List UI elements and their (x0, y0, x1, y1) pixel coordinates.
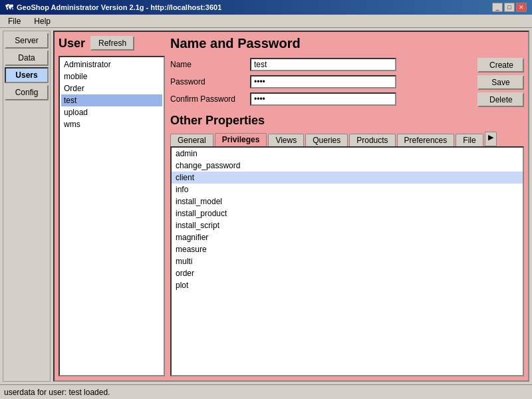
titlebar-controls: _ □ ✕ (492, 3, 527, 12)
privilege-item[interactable]: install_script (172, 219, 523, 231)
minimize-button[interactable]: _ (492, 3, 503, 12)
app-icon: 🗺 (5, 3, 13, 11)
refresh-button[interactable]: Refresh (90, 36, 134, 51)
tab-nav-button[interactable]: ▶ (485, 132, 497, 146)
app-title: GeoShop Administrator Version 2.1g - htt… (17, 3, 221, 11)
privilege-item[interactable]: change_password (172, 160, 523, 172)
user-item[interactable]: mobile (61, 70, 162, 82)
privilege-item[interactable]: client (172, 172, 523, 184)
password-input[interactable] (250, 75, 396, 88)
name-label: Name (170, 60, 250, 69)
privilege-item[interactable]: info (172, 184, 523, 196)
tab-privileges[interactable]: Privileges (215, 133, 267, 146)
user-item[interactable]: Order (61, 82, 162, 94)
save-button[interactable]: Save (477, 75, 524, 90)
confirm-password-row: Confirm Password (170, 92, 472, 106)
password-label: Password (170, 77, 250, 86)
name-input[interactable] (250, 58, 396, 71)
delete-button[interactable]: Delete (477, 92, 524, 107)
tabs-container: GeneralPrivilegesViewsQueriesProductsPre… (170, 132, 524, 146)
status-text: userdata for user: test loaded. (4, 388, 110, 397)
privilege-item[interactable]: multi (172, 255, 523, 267)
user-item[interactable]: test (61, 94, 162, 106)
privilege-item[interactable]: magnifier (172, 231, 523, 243)
name-password-title: Name and Password (170, 36, 524, 51)
privilege-item[interactable]: install_model (172, 196, 523, 207)
form-fields: Name Password Confirm Password (170, 58, 472, 110)
statusbar: userdata for user: test loaded. (0, 384, 532, 399)
menu-file[interactable]: File (3, 16, 26, 26)
privilege-item[interactable]: order (172, 267, 523, 279)
user-item[interactable]: wms (61, 118, 162, 130)
titlebar: 🗺 GeoShop Administrator Version 2.1g - h… (0, 0, 532, 15)
name-password-section: Name and Password Name Password Confirm … (170, 36, 524, 110)
tab-preferences[interactable]: Preferences (397, 134, 455, 146)
menubar: File Help (0, 15, 532, 28)
tab-content[interactable]: adminchange_passwordclientinfoinstall_mo… (170, 146, 524, 376)
confirm-password-label: Confirm Password (170, 94, 250, 104)
right-panel: Name and Password Name Password Confirm … (170, 36, 524, 376)
sidebar-item-data[interactable]: Data (5, 50, 49, 66)
create-button[interactable]: Create (477, 58, 524, 72)
user-header: User Refresh (59, 36, 165, 51)
sidebar-item-server[interactable]: Server (5, 33, 49, 49)
close-button[interactable]: ✕ (516, 3, 527, 12)
confirm-password-input[interactable] (250, 92, 396, 106)
user-item[interactable]: Administrator (61, 59, 162, 70)
privilege-item[interactable]: admin (172, 148, 523, 160)
name-password-form: Name Password Confirm Password (170, 58, 524, 110)
main-container: Server Data Users Config User Refresh Ad… (0, 28, 532, 384)
user-panel-title: User (59, 37, 85, 51)
privilege-item[interactable]: plot (172, 279, 523, 291)
name-row: Name (170, 58, 472, 71)
other-properties-section: Other Properties GeneralPrivilegesViewsQ… (170, 114, 524, 376)
privilege-item[interactable]: measure (172, 243, 523, 255)
tab-products[interactable]: Products (349, 134, 395, 146)
form-actions: Create Save Delete (477, 58, 524, 110)
tab-queries[interactable]: Queries (305, 134, 348, 146)
sidebar: Server Data Users Config (3, 31, 51, 382)
content-area: User Refresh AdministratormobileOrdertes… (53, 31, 529, 382)
maximize-button[interactable]: □ (504, 3, 515, 12)
sidebar-item-users[interactable]: Users (5, 67, 49, 83)
titlebar-title: 🗺 GeoShop Administrator Version 2.1g - h… (5, 3, 221, 11)
user-list[interactable]: AdministratormobileOrdertestuploadwms (59, 56, 165, 376)
privilege-item[interactable]: install_product (172, 207, 523, 219)
tab-views[interactable]: Views (268, 134, 304, 146)
other-properties-title: Other Properties (170, 114, 524, 128)
menu-help[interactable]: Help (29, 16, 56, 26)
tab-file[interactable]: File (456, 134, 483, 146)
password-row: Password (170, 75, 472, 88)
user-item[interactable]: upload (61, 106, 162, 118)
user-panel: User Refresh AdministratormobileOrdertes… (59, 36, 165, 376)
sidebar-item-config[interactable]: Config (5, 84, 49, 100)
tab-general[interactable]: General (170, 134, 213, 146)
